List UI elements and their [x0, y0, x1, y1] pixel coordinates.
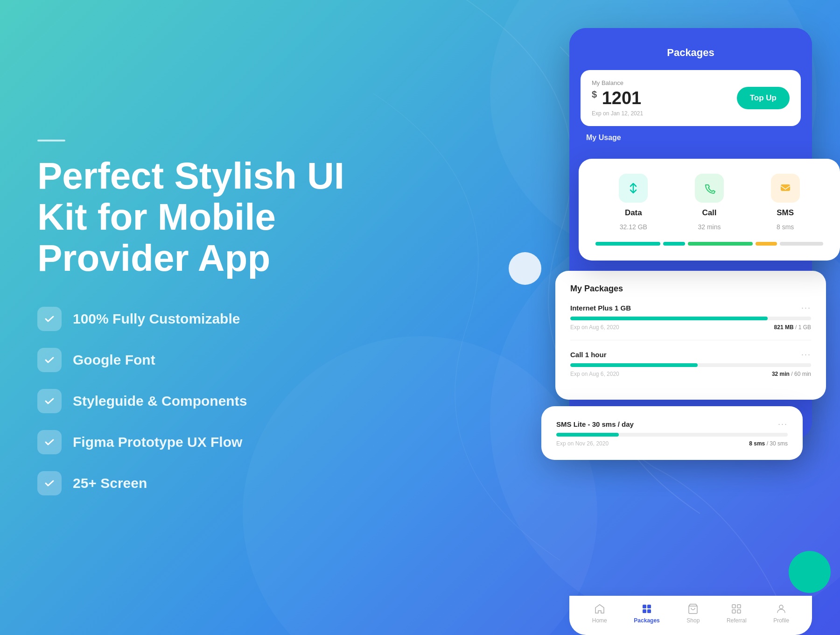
- sms-card: SMS Lite - 30 sms / day ··· Exp on Nov 2…: [541, 406, 803, 460]
- usage-item-data: Data 32.12 GB: [619, 174, 648, 231]
- call-icon-box: [695, 174, 724, 203]
- balance-label: My Balance: [592, 79, 643, 86]
- check-icon-styleguide: [37, 389, 62, 413]
- usage-item-sms: SMS 8 sms: [771, 174, 800, 231]
- usage-item-call: Call 32 mins: [695, 174, 724, 231]
- feature-text-styleguide: Styleguide & Components: [73, 393, 247, 409]
- feature-item-google-font: Google Font: [37, 348, 355, 372]
- sms-label: SMS: [777, 208, 794, 218]
- bar-data-teal2: [663, 242, 685, 246]
- bar-gray: [780, 242, 823, 246]
- right-section: Packages My Balance $ 1201 Exp on Jan 12…: [373, 0, 840, 635]
- bar-call-green: [688, 242, 753, 246]
- package-dots-internet: ···: [801, 303, 811, 313]
- package-progress-fill-sms: [556, 433, 619, 437]
- feature-item-styleguide: Styleguide & Components: [37, 389, 355, 413]
- svg-point-12: [779, 605, 783, 609]
- svg-rect-9: [737, 605, 741, 608]
- svg-rect-8: [732, 605, 735, 608]
- data-icon-box: [619, 174, 648, 203]
- dash-line: [37, 140, 65, 141]
- package-header-sms: SMS Lite - 30 sms / day ···: [556, 419, 788, 429]
- package-progress-bar-call: [570, 363, 811, 367]
- nav-label-shop: Shop: [686, 617, 700, 624]
- check-icon-customizable: [37, 307, 62, 331]
- usage-card: Data 32.12 GB Call 32 mins: [579, 159, 840, 261]
- package-item-internet: Internet Plus 1 GB ··· Exp on Aug 6, 202…: [570, 303, 811, 340]
- feature-item-screens: 25+ Screen: [37, 471, 355, 495]
- package-item-call: Call 1 hour ··· Exp on Aug 6, 2020 32 mi…: [570, 350, 811, 387]
- bar-data-teal: [595, 242, 660, 246]
- nav-item-profile[interactable]: Profile: [773, 603, 789, 624]
- svg-rect-4: [643, 605, 646, 608]
- package-name-call: Call 1 hour: [570, 351, 607, 359]
- check-icon-figma: [37, 430, 62, 454]
- feature-item-customizable: 100% Fully Customizable: [37, 307, 355, 331]
- nav-item-shop[interactable]: Shop: [686, 603, 700, 624]
- package-name-internet: Internet Plus 1 GB: [570, 304, 631, 312]
- check-icon-screens: [37, 471, 62, 495]
- nav-item-home[interactable]: Home: [592, 603, 607, 624]
- svg-rect-7: [647, 609, 651, 613]
- package-dots-call: ···: [801, 350, 811, 360]
- call-value: 32 mins: [698, 223, 721, 231]
- package-usage-internet: 821 MB / 1 GB: [774, 324, 811, 331]
- balance-amount: $ 1201: [592, 88, 643, 108]
- package-footer-sms: Exp on Nov 26, 2020 8 sms / 30 sms: [556, 440, 788, 447]
- feature-item-figma: Figma Prototype UX Flow: [37, 430, 355, 454]
- svg-rect-3: [781, 184, 790, 191]
- referral-icon: [731, 603, 742, 614]
- home-icon: [594, 603, 605, 614]
- packages-title: My Packages: [570, 284, 811, 294]
- feature-text-google-font: Google Font: [73, 352, 155, 368]
- nav-item-packages[interactable]: Packages: [634, 603, 659, 624]
- usage-bars: [595, 242, 823, 246]
- usage-grid: Data 32.12 GB Call 32 mins: [595, 174, 823, 231]
- phone-header-title: Packages: [586, 47, 795, 59]
- nav-label-referral: Referral: [727, 617, 747, 624]
- shop-icon: [687, 603, 699, 614]
- decorative-sphere: [509, 252, 541, 285]
- nav-label-home: Home: [592, 617, 607, 624]
- feature-text-figma: Figma Prototype UX Flow: [73, 434, 242, 450]
- nav-label-profile: Profile: [773, 617, 789, 624]
- top-up-button[interactable]: Top Up: [737, 87, 790, 109]
- features-list: 100% Fully Customizable Google Font Styl…: [37, 307, 355, 495]
- my-usage-label: My Usage: [569, 134, 812, 149]
- package-header-call: Call 1 hour ···: [570, 350, 811, 360]
- balance-card: My Balance $ 1201 Exp on Jan 12, 2021 To…: [581, 70, 801, 126]
- sms-value: 8 sms: [777, 223, 794, 231]
- package-progress-fill-internet: [570, 317, 768, 320]
- currency-symbol: $: [592, 89, 597, 99]
- teal-circle: [789, 551, 831, 593]
- call-label: Call: [702, 208, 716, 218]
- nav-item-referral[interactable]: Referral: [727, 603, 747, 624]
- packages-card: My Packages Internet Plus 1 GB ··· Exp o…: [555, 271, 826, 400]
- left-section: Perfect Stylish UI Kit for Mobile Provid…: [37, 0, 355, 635]
- svg-rect-10: [732, 610, 735, 613]
- package-footer-call: Exp on Aug 6, 2020 32 min / 60 min: [570, 371, 811, 377]
- svg-rect-6: [643, 609, 646, 613]
- svg-rect-11: [737, 610, 741, 613]
- data-label: Data: [625, 208, 642, 218]
- balance-expiry: Exp on Jan 12, 2021: [592, 110, 643, 117]
- package-progress-bar-sms: [556, 433, 788, 437]
- data-value: 32.12 GB: [620, 223, 647, 231]
- package-dots-sms: ···: [778, 419, 788, 429]
- feature-text-screens: 25+ Screen: [73, 475, 147, 491]
- package-progress-bar-internet: [570, 317, 811, 320]
- main-title: Perfect Stylish UI Kit for Mobile Provid…: [37, 155, 355, 279]
- phone-header: Packages: [569, 28, 812, 70]
- packages-icon: [641, 603, 652, 614]
- package-usage-call: 32 min / 60 min: [772, 371, 811, 377]
- nav-label-packages: Packages: [634, 617, 659, 624]
- package-header-internet: Internet Plus 1 GB ···: [570, 303, 811, 313]
- bar-sms-yellow: [756, 242, 777, 246]
- balance-value: 1201: [602, 88, 642, 108]
- sms-icon-box: [771, 174, 800, 203]
- svg-rect-5: [647, 605, 651, 608]
- package-exp-internet: Exp on Aug 6, 2020: [570, 324, 619, 331]
- package-progress-fill-call: [570, 363, 698, 367]
- feature-text-customizable: 100% Fully Customizable: [73, 311, 240, 327]
- package-footer-internet: Exp on Aug 6, 2020 821 MB / 1 GB: [570, 324, 811, 331]
